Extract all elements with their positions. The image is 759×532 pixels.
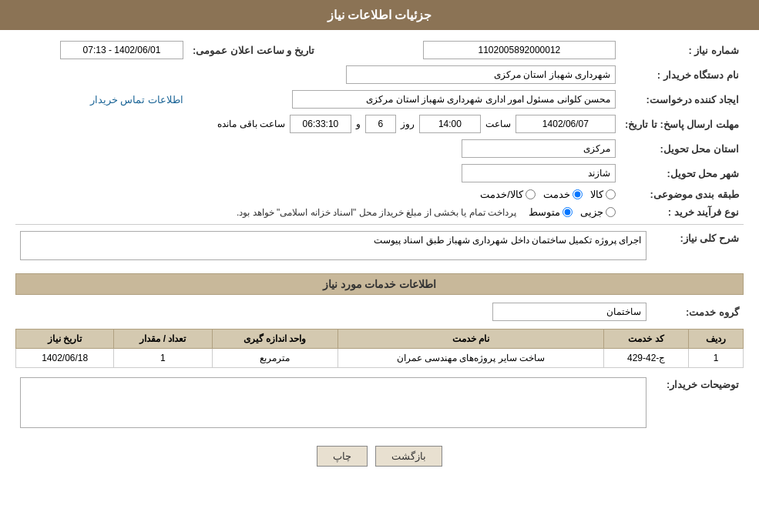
process-jozi-radio[interactable] xyxy=(606,207,616,217)
service-group-label: گروه خدمت: xyxy=(651,299,744,324)
page-header: جزئیات اطلاعات نیاز xyxy=(0,0,759,30)
announcement-value-cell xyxy=(15,38,188,62)
category-both-label: کالا/خدمت xyxy=(480,189,523,200)
col-service-code: کد خدمت xyxy=(604,330,689,349)
back-button[interactable]: بازگشت xyxy=(375,446,442,467)
col-date: تاریخ نیاز xyxy=(16,330,114,349)
creator-label: ایجاد کننده درخواست: xyxy=(620,87,744,112)
description-row: شرح کلی نیاز: اجرای پروژه تکمیل ساختمان … xyxy=(15,228,744,266)
buyer-org-input[interactable] xyxy=(346,65,616,84)
services-section-title: اطلاعات خدمات مورد نیاز xyxy=(15,273,744,295)
content-area: شماره نیاز : تاریخ و ساعت اعلان عمومی: ن… xyxy=(0,30,759,474)
notes-table: توضیحات خریدار: xyxy=(15,374,744,433)
category-khedmat[interactable]: خدمت xyxy=(543,189,583,200)
deadline-label: مهلت ارسال پاسخ: تا تاریخ: xyxy=(620,112,744,136)
services-table: ردیف کد خدمت نام خدمت واحد اندازه گیری ت… xyxy=(15,329,744,368)
page-container: جزئیات اطلاعات نیاز شماره نیاز : تاریخ و… xyxy=(0,0,759,532)
need-number-input[interactable] xyxy=(423,41,616,59)
city-value-cell xyxy=(15,161,620,186)
process-radio-group: جزیی متوسط xyxy=(529,206,616,218)
province-row: استان محل تحویل: xyxy=(15,136,744,161)
need-number-row: شماره نیاز : تاریخ و ساعت اعلان عمومی: xyxy=(15,38,744,62)
remaining-time-input[interactable] xyxy=(290,115,351,133)
category-khedmat-label: خدمت xyxy=(543,189,570,200)
services-table-body: 1 ج-42-429 ساخت سایر پروژه‌های مهندسی عم… xyxy=(16,349,744,368)
days-label: روز xyxy=(401,119,415,129)
print-button[interactable]: چاپ xyxy=(317,446,368,467)
and-label: و xyxy=(356,119,361,129)
header-row: ردیف کد خدمت نام خدمت واحد اندازه گیری ت… xyxy=(16,330,744,349)
deadline-date-input[interactable] xyxy=(516,115,616,133)
category-kala-radio[interactable] xyxy=(606,189,616,199)
category-label: طبقه بندی موضوعی: xyxy=(620,186,744,203)
province-label: استان محل تحویل: xyxy=(620,136,744,161)
process-type-value-cell: جزیی متوسط پرداخت تمام یا بخشی از مبلغ خ… xyxy=(15,203,620,221)
province-value-cell xyxy=(15,136,620,161)
spacer1 xyxy=(319,38,358,62)
deadline-time-input[interactable] xyxy=(419,115,481,133)
col-quantity: تعداد / مقدار xyxy=(114,330,212,349)
page-title: جزئیات اطلاعات نیاز xyxy=(327,8,432,22)
service-group-input[interactable] xyxy=(492,303,646,321)
contact-link-cell: اطلاعات تماس خریدار xyxy=(15,87,188,112)
cell-row-num: 1 xyxy=(688,349,743,368)
category-value-cell: کالا خدمت کالا/خدمت xyxy=(15,186,620,203)
service-group-value-cell xyxy=(15,299,651,324)
process-motavasset-radio[interactable] xyxy=(563,207,573,217)
process-type-row: نوع فرآیند خرید : جزیی متوسط xyxy=(15,203,744,221)
process-motavasset-label: متوسط xyxy=(529,206,560,218)
category-kala-label: کالا xyxy=(590,189,603,200)
process-type-label: نوع فرآیند خرید : xyxy=(620,203,744,221)
buyer-org-value-cell xyxy=(15,62,620,87)
creator-input[interactable] xyxy=(292,90,616,109)
category-both[interactable]: کالا/خدمت xyxy=(480,189,536,200)
deadline-row: مهلت ارسال پاسخ: تا تاریخ: ساعت روز و سا… xyxy=(15,112,744,136)
time-label: ساعت xyxy=(485,119,511,129)
category-both-radio[interactable] xyxy=(526,189,536,199)
deadline-days-input[interactable] xyxy=(365,115,396,133)
col-service-name: نام خدمت xyxy=(338,330,604,349)
announcement-date-input[interactable] xyxy=(60,41,183,59)
service-group-row: گروه خدمت: xyxy=(15,299,744,324)
description-table: شرح کلی نیاز: اجرای پروژه تکمیل ساختمان … xyxy=(15,228,744,266)
notes-label: توضیحات خریدار: xyxy=(651,374,744,433)
notes-value-cell xyxy=(15,374,651,433)
category-kala[interactable]: کالا xyxy=(590,189,616,200)
contact-link[interactable]: اطلاعات تماس خریدار xyxy=(90,94,183,105)
cell-service-code: ج-42-429 xyxy=(604,349,689,368)
col-row-num: ردیف xyxy=(688,330,743,349)
process-jozi-label: جزیی xyxy=(580,206,603,218)
description-label: شرح کلی نیاز: xyxy=(651,228,744,266)
description-textarea[interactable]: اجرای پروژه تکمیل ساختمان داخل شهرداری ش… xyxy=(20,231,646,260)
deadline-value-cell: ساعت روز و ساعت باقی مانده xyxy=(15,112,620,136)
cell-quantity: 1 xyxy=(114,349,212,368)
category-row: طبقه بندی موضوعی: کالا خدمت xyxy=(15,186,744,203)
creator-row: ایجاد کننده درخواست: اطلاعات تماس خریدار xyxy=(15,87,744,112)
divider1 xyxy=(15,224,744,225)
description-value-cell: اجرای پروژه تکمیل ساختمان داخل شهرداری ش… xyxy=(15,228,651,266)
services-table-header: ردیف کد خدمت نام خدمت واحد اندازه گیری ت… xyxy=(16,330,744,349)
notes-row: توضیحات خریدار: xyxy=(15,374,744,433)
cell-service-name: ساخت سایر پروژه‌های مهندسی عمران xyxy=(338,349,604,368)
announcement-label: تاریخ و ساعت اعلان عمومی: xyxy=(188,38,319,62)
remaining-suffix-label: ساعت باقی مانده xyxy=(217,119,285,129)
need-number-value-cell xyxy=(358,38,620,62)
service-group-table: گروه خدمت: xyxy=(15,299,744,324)
buyer-org-label: نام دستگاه خریدار : xyxy=(620,62,744,87)
need-number-label: شماره نیاز : xyxy=(620,38,744,62)
notes-textarea[interactable] xyxy=(20,377,646,428)
cell-unit: مترمربع xyxy=(212,349,338,368)
col-unit: واحد اندازه گیری xyxy=(212,330,338,349)
province-input[interactable] xyxy=(462,139,616,158)
button-row: چاپ بازگشت xyxy=(15,446,744,467)
category-radio-group: کالا خدمت کالا/خدمت xyxy=(20,189,616,200)
category-khedmat-radio[interactable] xyxy=(573,189,583,199)
cell-date: 1402/06/18 xyxy=(16,349,114,368)
city-label: شهر محل تحویل: xyxy=(620,161,744,186)
notice-text: پرداخت تمام یا بخشی از مبلغ خریداز محل "… xyxy=(237,207,516,218)
process-jozi[interactable]: جزیی xyxy=(580,206,616,218)
process-motavasset[interactable]: متوسط xyxy=(529,206,573,218)
city-input[interactable] xyxy=(462,164,616,182)
buyer-org-row: نام دستگاه خریدار : xyxy=(15,62,744,87)
table-row: 1 ج-42-429 ساخت سایر پروژه‌های مهندسی عم… xyxy=(16,349,744,368)
